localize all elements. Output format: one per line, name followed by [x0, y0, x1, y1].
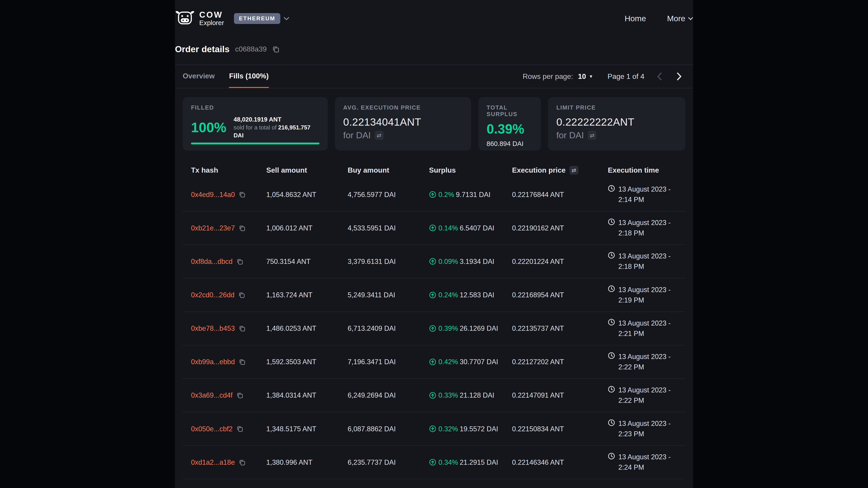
copy-tx-hash-icon[interactable]: [239, 359, 245, 365]
logo-text: COW Explorer: [199, 11, 224, 26]
network-chevron-down-icon[interactable]: [284, 17, 289, 20]
table-row: 0xf8da...dbcd 750.3154 ANT 3,379.6131 DA…: [183, 245, 685, 278]
tx-hash-link[interactable]: 0xf8da...dbcd: [191, 258, 232, 265]
surplus-amount: 26.1269 DAI: [460, 324, 498, 332]
execution-time-cell: 13 August 2023 - 2:24 PM: [608, 452, 685, 473]
surplus-amount: 6.5407 DAI: [460, 224, 494, 232]
execution-time-text: 13 August 2023 - 2:14 PM: [618, 184, 685, 205]
execution-price-cell: 0.22135737 ANT: [512, 324, 608, 332]
copy-tx-hash-icon[interactable]: [239, 225, 245, 231]
sell-amount-cell: 1,384.0314 ANT: [266, 391, 348, 399]
previous-page-button[interactable]: [653, 70, 665, 83]
surplus-cell: 0.14% 6.5407 DAI: [429, 224, 512, 232]
avg-execution-price-card: AVG. EXECUTION PRICE 0.22134041ANT for D…: [335, 97, 471, 150]
filled-card-label: FILLED: [191, 104, 319, 111]
invert-execution-price-icon[interactable]: ⇄: [569, 166, 578, 175]
execution-time-text: 13 August 2023 - 2:22 PM: [618, 352, 685, 372]
surplus-percent: 0.2%: [438, 191, 454, 199]
column-header-execution-price: Execution price ⇄: [512, 166, 608, 175]
buy-amount-cell: 6,249.2694 DAI: [348, 391, 429, 399]
copy-tx-hash-icon[interactable]: [239, 191, 245, 198]
tx-hash-link[interactable]: 0xb21e...23e7: [191, 224, 235, 232]
surplus-amount: 30.7707 DAI: [460, 358, 498, 366]
clock-icon: [608, 419, 615, 426]
surplus-amount: 9.7131 DAI: [456, 191, 491, 199]
tx-hash-link[interactable]: 0x3a69...cd4f: [191, 391, 232, 399]
execution-price-cell: 0.22150834 ANT: [512, 425, 608, 433]
sell-amount-cell: 1,380.996 ANT: [266, 458, 348, 466]
total-surplus-card: TOTAL SURPLUS 0.39% 860.894 DAI: [478, 97, 541, 150]
tx-hash-link[interactable]: 0xb99a...ebbd: [191, 358, 235, 366]
logo-product-text: Explorer: [199, 20, 224, 26]
surplus-cell: 0.42% 30.7707 DAI: [429, 358, 512, 366]
execution-price-cell: 0.22147091 ANT: [512, 391, 608, 399]
tx-hash-cell: 0x3a69...cd4f: [191, 391, 266, 399]
clock-icon: [608, 453, 615, 460]
nav-item-more[interactable]: More: [667, 14, 693, 23]
execution-time-text: 13 August 2023 - 2:24 PM: [618, 452, 685, 473]
sell-amount-cell: 1,006.012 ANT: [266, 224, 348, 232]
sell-amount-cell: 1,348.5175 ANT: [266, 425, 348, 433]
next-page-button[interactable]: [673, 70, 685, 83]
tx-hash-link[interactable]: 0x050e...cbf2: [191, 425, 232, 433]
avg-price-value: 0.22134041ANT: [343, 116, 463, 128]
total-surplus-percent: 0.39%: [487, 121, 532, 136]
sell-amount-cell: 1,163.724 ANT: [266, 291, 348, 299]
nav-item-more-label: More: [667, 14, 685, 23]
tx-hash-link[interactable]: 0xd1a2...a18e: [191, 458, 235, 466]
tx-hash-link[interactable]: 0xbe78...b453: [191, 324, 235, 332]
total-surplus-label: TOTAL SURPLUS: [487, 104, 532, 118]
cow-explorer-logo[interactable]: COW Explorer: [175, 10, 224, 27]
execution-time-text: 13 August 2023 - 2:18 PM: [618, 251, 685, 272]
copy-tx-hash-icon[interactable]: [237, 258, 243, 265]
tx-hash-cell: 0x050e...cbf2: [191, 425, 266, 433]
surplus-amount: 21.2915 DAI: [460, 458, 498, 466]
execution-price-cell: 0.22190162 ANT: [512, 224, 608, 232]
column-header-surplus: Surplus: [429, 166, 512, 174]
invert-price-icon[interactable]: ⇄: [588, 131, 596, 140]
tx-hash-cell: 0xb21e...23e7: [191, 224, 266, 232]
execution-time-cell: 13 August 2023 - 2:22 PM: [608, 385, 685, 406]
buy-amount-cell: 3,379.6131 DAI: [348, 258, 429, 265]
table-row: 0xd1a2...a18e 1,380.996 ANT 6,235.7737 D…: [183, 446, 685, 479]
limit-price-unit-row: for DAI ⇄: [556, 130, 677, 140]
tx-hash-cell: 0x4ed9...14a0: [191, 191, 266, 199]
sell-amount-cell: 750.3154 ANT: [266, 258, 348, 265]
network-badge[interactable]: ETHEREUM: [234, 13, 280, 24]
copy-order-id-icon[interactable]: [272, 46, 279, 53]
surplus-up-icon: [429, 425, 436, 432]
buy-amount-cell: 5,249.3411 DAI: [348, 291, 429, 299]
filled-progress-bar: [191, 142, 319, 144]
clock-icon: [608, 386, 615, 393]
clock-icon: [608, 252, 615, 259]
filled-card: FILLED 100% 48,020.1919 ANT sold for a t…: [183, 97, 328, 150]
copy-tx-hash-icon[interactable]: [237, 425, 243, 432]
execution-price-cell: 0.22176844 ANT: [512, 191, 608, 199]
tab-overview[interactable]: Overview: [183, 65, 215, 88]
fills-table-header: Tx hash Sell amount Buy amount Surplus E…: [183, 162, 685, 178]
copy-tx-hash-icon[interactable]: [238, 292, 245, 298]
limit-price-label: LIMIT PRICE: [556, 104, 677, 111]
tabs-bar: Overview Fills (100%) Rows per page: 10 …: [175, 65, 693, 88]
execution-time-cell: 13 August 2023 - 2:18 PM: [608, 218, 685, 238]
sell-amount-cell: 1,592.3503 ANT: [266, 358, 348, 366]
tx-hash-cell: 0xd1a2...a18e: [191, 458, 266, 466]
execution-time-text: 13 August 2023 - 2:21 PM: [618, 318, 685, 339]
tx-hash-link[interactable]: 0x4ed9...14a0: [191, 191, 235, 199]
fills-table: Tx hash Sell amount Buy amount Surplus E…: [183, 162, 685, 479]
rows-per-page-select[interactable]: 10 ▼: [578, 72, 593, 80]
tab-fills[interactable]: Fills (100%): [229, 65, 269, 88]
nav-item-home[interactable]: Home: [625, 14, 646, 23]
surplus-cell: 0.32% 19.5572 DAI: [429, 425, 512, 433]
surplus-cell: 0.2% 9.7131 DAI: [429, 191, 512, 199]
execution-price-cell: 0.22201224 ANT: [512, 258, 608, 265]
surplus-cell: 0.33% 21.128 DAI: [429, 391, 512, 399]
invert-price-icon[interactable]: ⇄: [375, 131, 383, 140]
copy-tx-hash-icon[interactable]: [239, 459, 245, 466]
summary-cards-row: FILLED 100% 48,020.1919 ANT sold for a t…: [183, 97, 685, 150]
order-details-panel: Overview Fills (100%) Rows per page: 10 …: [175, 65, 693, 479]
tx-hash-link[interactable]: 0x2cd0...26dd: [191, 291, 235, 299]
execution-time-cell: 13 August 2023 - 2:18 PM: [608, 251, 685, 272]
copy-tx-hash-icon[interactable]: [237, 392, 243, 398]
copy-tx-hash-icon[interactable]: [239, 325, 245, 332]
